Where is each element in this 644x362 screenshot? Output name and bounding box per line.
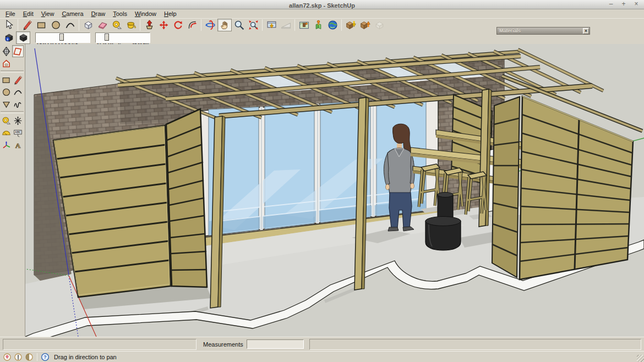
resize-grip[interactable]	[637, 355, 644, 362]
toolbar-separator	[140, 19, 140, 31]
eraser-icon	[97, 19, 108, 31]
circle-tool-button[interactable]	[1, 86, 12, 98]
3d-text-icon	[13, 140, 23, 150]
offset-icon	[187, 19, 198, 31]
help-icon[interactable]	[41, 353, 50, 361]
zoom-icon	[233, 19, 245, 31]
menu-draw[interactable]: Draw	[88, 9, 110, 18]
offset-tool-button[interactable]	[185, 19, 199, 31]
preview-in-google-earth-tool-button[interactable]	[325, 19, 340, 31]
rotate-tool-button[interactable]	[171, 19, 185, 31]
freehand-tool-button[interactable]	[12, 98, 24, 110]
pan-tool-button[interactable]	[217, 19, 232, 31]
display-section-cuts-tool-button[interactable]	[1, 57, 12, 69]
measurements-label: Measurements	[203, 341, 243, 348]
circle-tool-button[interactable]	[48, 19, 63, 31]
protractor-tool-button[interactable]	[1, 127, 12, 139]
rectangle-tool-button[interactable]	[1, 74, 12, 86]
share-model-tool-button[interactable]	[358, 19, 372, 31]
3d-text-tool-button[interactable]	[12, 139, 24, 151]
close-button[interactable]: ×	[633, 0, 640, 8]
menu-window[interactable]: Window	[131, 9, 160, 18]
pan-icon	[219, 19, 231, 31]
orbit-tool-button[interactable]	[203, 19, 217, 31]
push-pull-tool-button[interactable]	[142, 19, 156, 31]
materials-panel[interactable]: Materials x	[496, 27, 590, 35]
signin-status-icon[interactable]	[25, 353, 34, 361]
move-icon	[158, 19, 170, 31]
push-pull-icon	[144, 19, 155, 31]
palette-divider	[1, 111, 24, 113]
menu-bar: FileEditViewCameraDrawToolsWindowHelp	[0, 9, 644, 18]
preview-in-google-earth-icon	[327, 19, 339, 31]
toggle-terrain-icon	[280, 19, 292, 31]
menu-tools[interactable]: Tools	[109, 9, 131, 18]
menu-camera[interactable]: Camera	[58, 9, 87, 18]
menu-file[interactable]: File	[2, 9, 19, 18]
tape-measure-tool-button[interactable]	[1, 114, 12, 127]
zoom-tool-button[interactable]	[232, 19, 246, 31]
model-credit-icon[interactable]	[14, 353, 23, 361]
materials-close-button[interactable]: x	[583, 28, 589, 34]
toolbar-separator	[341, 19, 342, 31]
get-models-tool-button[interactable]	[343, 19, 358, 31]
date-slider-thumb[interactable]	[59, 34, 64, 41]
toolbar-separator	[79, 19, 79, 31]
toggle-shadows-button[interactable]	[16, 31, 30, 44]
dimension-tool-button[interactable]	[12, 114, 24, 127]
dimension-icon	[13, 116, 23, 126]
rectangle-icon	[36, 19, 47, 31]
minimize-button[interactable]: –	[608, 0, 614, 8]
arc-tool-button[interactable]	[63, 19, 77, 31]
paint-bucket-tool-button[interactable]	[124, 19, 138, 31]
display-section-planes-tool-button[interactable]	[12, 45, 24, 57]
bottom-bar: Drag in direction to pan	[0, 351, 644, 362]
orbit-icon	[205, 19, 216, 31]
materials-panel-title: Materials	[497, 28, 583, 34]
select-tool-button[interactable]	[2, 19, 16, 31]
polygon-tool-button[interactable]	[1, 98, 12, 110]
get-models-icon	[345, 19, 357, 31]
shadow-settings-button[interactable]	[2, 31, 16, 44]
share-model-icon	[359, 19, 371, 31]
palette-divider	[1, 70, 24, 73]
menu-help[interactable]: Help	[160, 9, 181, 18]
menu-edit[interactable]: Edit	[19, 9, 37, 18]
tape-measure-icon	[1, 116, 12, 126]
arc-tool-button[interactable]	[12, 86, 24, 98]
shadow-time-slider[interactable]: 04:46 AM Noon 07:09 PM	[95, 32, 150, 43]
line-tool-button[interactable]	[20, 19, 34, 31]
get-current-view-tool-button[interactable]	[264, 19, 279, 31]
share-component-tool-button[interactable]	[372, 19, 386, 31]
maximize-button[interactable]: +	[620, 0, 627, 8]
rotate-icon	[172, 19, 184, 31]
axes-tool-button[interactable]	[1, 139, 12, 151]
toggle-shadows-icon	[18, 32, 29, 43]
add-location-tool-button[interactable]	[297, 19, 311, 31]
text-tool-button[interactable]	[12, 127, 24, 139]
get-current-view-icon	[266, 19, 277, 31]
menu-view[interactable]: View	[37, 9, 58, 18]
section-plane-icon	[1, 46, 12, 57]
select-icon	[3, 19, 15, 31]
add-new-building-tool-button[interactable]	[311, 19, 325, 31]
bottom-bar-separator	[37, 353, 37, 361]
toggle-terrain-tool-button[interactable]	[279, 19, 293, 31]
section-plane-tool-button[interactable]	[1, 45, 12, 57]
move-tool-button[interactable]	[156, 19, 171, 31]
text-icon	[13, 128, 23, 138]
rectangle-tool-button[interactable]	[34, 19, 48, 31]
window-title: allan72.skp - SketchUp	[289, 2, 355, 9]
viewport-3d[interactable]	[25, 44, 644, 337]
eraser-tool-button[interactable]	[95, 19, 110, 31]
shadow-date-slider[interactable]: J F M A M J J A S O N D	[35, 32, 90, 43]
measurements-input[interactable]	[247, 339, 304, 349]
arc-icon	[64, 19, 76, 31]
line-tool-button[interactable]	[12, 74, 24, 86]
geolocation-status-icon[interactable]	[3, 353, 12, 361]
time-slider-thumb[interactable]	[105, 34, 109, 41]
display-section-cuts-icon	[1, 58, 12, 69]
zoom-extents-tool-button[interactable]	[246, 19, 260, 31]
make-component-tool-button[interactable]	[81, 19, 95, 31]
tape-measure-tool-button[interactable]	[110, 19, 124, 31]
